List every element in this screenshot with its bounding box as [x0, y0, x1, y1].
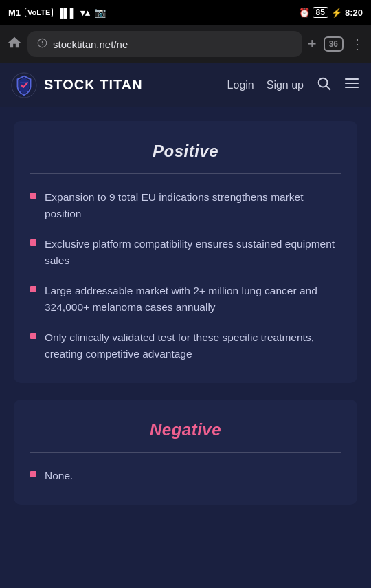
- login-link[interactable]: Login: [227, 79, 254, 91]
- negative-bullet-list: None.: [30, 468, 341, 484]
- list-item: Only clinically validated test for these…: [30, 329, 341, 362]
- browser-chrome: stocktitan.net/ne + 36 ⋮: [0, 25, 371, 63]
- new-tab-button[interactable]: +: [308, 35, 317, 53]
- positive-title: Positive: [30, 142, 341, 161]
- tabs-count-button[interactable]: 36: [324, 36, 344, 52]
- logo-icon: [11, 72, 37, 98]
- search-button[interactable]: [316, 76, 331, 94]
- bullet-text: Exclusive platform compatibility ensures…: [45, 236, 341, 269]
- time-display: 8:20: [345, 8, 363, 18]
- bullet-icon: [30, 193, 36, 199]
- list-item: None.: [30, 468, 341, 484]
- url-bar[interactable]: stocktitan.net/ne: [27, 31, 302, 57]
- home-button[interactable]: [7, 35, 22, 54]
- signup-link[interactable]: Sign up: [267, 79, 304, 91]
- main-content: Positive Expansion to 9 total EU indicat…: [0, 107, 371, 588]
- bullet-text: Only clinically validated test for these…: [45, 329, 341, 362]
- charging-icon: ⚡: [331, 8, 342, 18]
- wifi-icon: ▾▴: [80, 8, 90, 18]
- positive-bullet-list: Expansion to 9 total EU indications stre…: [30, 189, 341, 362]
- site-header: STOCK TITAN Login Sign up: [0, 63, 371, 107]
- carrier-label: M1: [8, 8, 21, 18]
- url-text: stocktitan.net/ne: [53, 39, 293, 50]
- alarm-icon: ⏰: [299, 8, 310, 18]
- list-item: Exclusive platform compatibility ensures…: [30, 236, 341, 269]
- logo-text: STOCK TITAN: [44, 77, 143, 93]
- status-bar: M1 VoLTE ▐▌▌ ▾▴ 📷 ⏰ 85 ⚡ 8:20: [0, 0, 371, 25]
- list-item: Expansion to 9 total EU indications stre…: [30, 189, 341, 222]
- site-logo[interactable]: STOCK TITAN: [11, 72, 227, 98]
- hamburger-menu-button[interactable]: [344, 75, 360, 96]
- negative-section: Negative None.: [14, 400, 357, 505]
- instagram-icon: 📷: [94, 7, 106, 18]
- browser-actions: + 36 ⋮: [308, 35, 364, 53]
- status-right: ⏰ 85 ⚡ 8:20: [299, 7, 363, 18]
- volte-badge: VoLTE: [25, 8, 53, 17]
- positive-divider: [30, 173, 341, 174]
- bullet-text: None.: [45, 468, 73, 484]
- bullet-icon: [30, 239, 36, 246]
- negative-title: Negative: [30, 420, 341, 439]
- bullet-icon: [30, 471, 36, 477]
- bullet-icon: [30, 333, 36, 339]
- signal-icon: ▐▌▌: [57, 8, 76, 18]
- browser-menu-button[interactable]: ⋮: [350, 36, 364, 52]
- bullet-text: Large addressable market with 2+ million…: [45, 283, 341, 316]
- list-item: Large addressable market with 2+ million…: [30, 283, 341, 316]
- svg-line-3: [326, 86, 330, 89]
- status-carrier: M1 VoLTE ▐▌▌ ▾▴ 📷: [8, 7, 106, 18]
- bullet-icon: [30, 286, 36, 292]
- bullet-text: Expansion to 9 total EU indications stre…: [45, 189, 341, 222]
- url-security-icon: [37, 38, 47, 50]
- negative-divider: [30, 452, 341, 453]
- battery-badge: 85: [313, 7, 328, 18]
- positive-section: Positive Expansion to 9 total EU indicat…: [14, 121, 357, 383]
- site-nav: Login Sign up: [227, 75, 360, 96]
